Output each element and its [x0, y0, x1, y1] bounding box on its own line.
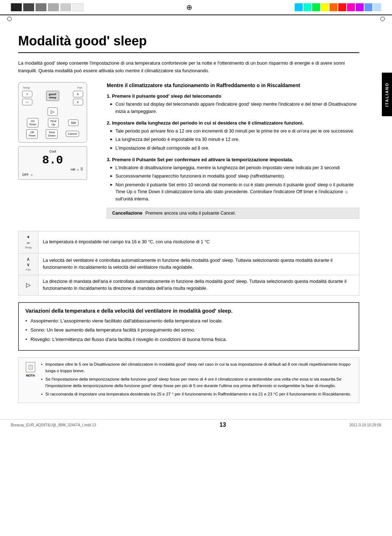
color-red — [338, 3, 346, 11]
compass-symbol: ⊕ — [186, 3, 192, 12]
good-sleep-btn[interactable]: good' sleep — [46, 91, 59, 101]
fan-up-btn[interactable]: ∧ — [73, 91, 83, 97]
nota-icon-img: 📋 — [26, 362, 35, 372]
nota-label: NOTA — [26, 373, 35, 378]
info-icon-fan: ∧∨ Fan — [19, 253, 38, 275]
page-number: 13 — [220, 422, 226, 428]
temp-label: Temp — [23, 86, 30, 89]
color-block-2 — [23, 3, 34, 11]
cancellation-label: Cancellazione — [112, 211, 142, 216]
corner-mark-right — [380, 17, 385, 21]
nota-item-3: Si raccomanda di impostare una temperatu… — [41, 391, 354, 398]
nota-item-2: Se l'impostazione della temporizzazione … — [41, 376, 354, 389]
step-3-bullet-3: Non premendo il pulsante Set entro 10 se… — [110, 182, 359, 203]
footer-date: 2011-3-19 10:29:58 — [350, 423, 381, 427]
main-content: Modalità good' sleep La modalità good' s… — [0, 23, 377, 419]
step-1-bullet-1: Così facendo sul display del telecomando… — [110, 101, 359, 115]
color-cyan — [295, 3, 303, 11]
info-row-3: ▷ La direzione di mandata dell'aria è co… — [19, 275, 359, 296]
left-column: Temp Fan + — good' sleep ∧ ∨ — [18, 82, 98, 224]
step-3-bullet-1: L'indicatore di disattivazione lampeggia… — [110, 165, 359, 171]
variations-title: Variazioni della temperatura e della vel… — [25, 308, 352, 314]
display-hr-label: HR ☼ ⠿ — [22, 167, 83, 172]
color-green — [312, 3, 320, 11]
step-2: 2. Impostare della lunghezza del periodo… — [107, 120, 359, 152]
variations-list: Assopimento: L'assopimento viene facilit… — [25, 317, 352, 343]
nota-list: Impostare oltre le 5 ore la Disattivazio… — [41, 361, 354, 399]
cancel-btn[interactable]: Cancel — [66, 131, 79, 137]
set-btn[interactable]: Set — [68, 119, 78, 126]
info-text-swing: La direzione di mandata dell'aria è cont… — [38, 275, 359, 296]
remote-top-labels: Temp Fan — [22, 86, 83, 89]
remote-timer-row2: Off Timer Time Down Cancel — [22, 129, 83, 139]
footer: Boracay_EUR_AQ09T&U@_IBIM_32447A_I.indd … — [0, 419, 392, 430]
nota-box: 📋 NOTA Impostare oltre le 5 ore la Disat… — [18, 357, 359, 403]
two-col-section: Temp Fan + — good' sleep ∧ ∨ — [18, 82, 359, 224]
nota-icon: 📋 NOTA — [24, 361, 37, 399]
color-pink — [347, 3, 355, 11]
step-2-bullets: Tale periodo può arrivare fino a 12 ore … — [107, 128, 359, 152]
temp-minus-btn[interactable]: — — [22, 99, 32, 105]
fan-label: Fan — [77, 86, 82, 89]
top-bar: ⊕ — [0, 0, 392, 15]
corner-marks — [0, 15, 392, 23]
variations-box: Variazioni della temperatura e della vel… — [18, 302, 359, 351]
swing-btn[interactable]: ▷ — [48, 107, 58, 116]
step-3-bullet-2: Successivamente l'apparecchio funzionerà… — [110, 173, 359, 180]
info-icon-temp: +— Temp — [19, 231, 38, 253]
step-2-bullet-1: Tale periodo può arrivare fino a 12 ore … — [110, 128, 359, 135]
color-block-3 — [36, 3, 46, 11]
right-column: Mentre il climatizzatore sta funzionamen… — [107, 82, 359, 224]
display-panel: Cool 8.0 HR ☼ ⠿ OFF ☼ — [18, 146, 87, 180]
fan-down-btn[interactable]: ∨ — [73, 99, 83, 105]
info-icon-swing: ▷ — [19, 275, 38, 296]
remote-control: Temp Fan + — good' sleep ∧ ∨ — [18, 82, 87, 143]
color-block-6 — [73, 3, 83, 11]
corner-mark-left — [7, 17, 12, 21]
color-blue — [364, 3, 372, 11]
display-number: 8.0 — [22, 155, 83, 166]
info-row-2: ∧∨ Fan La velocità del ventilatore è con… — [19, 253, 359, 275]
info-text-temp: La temperatura è impostabile nel campo t… — [38, 231, 359, 253]
time-down-btn[interactable]: Time Down — [46, 129, 57, 139]
step-3-bullets: L'indicatore di disattivazione lampeggia… — [107, 165, 359, 203]
remote-timer-row1: On Timer Time Up Set — [22, 118, 83, 127]
time-up-btn[interactable]: Time Up — [48, 118, 58, 127]
step-1-bullets: Così facendo sul display del telecomando… — [107, 101, 359, 115]
color-purple — [356, 3, 364, 11]
color-lightblue — [373, 3, 381, 11]
top-bar-left-blocks — [11, 3, 83, 11]
color-block-5 — [60, 3, 71, 11]
step-2-bullet-3: L'impostazione di default corrisponde ad… — [110, 145, 359, 152]
color-block-4 — [48, 3, 59, 11]
page-title: Modalità good' sleep — [18, 33, 359, 53]
step-1: 1. Premere il pulsante good' sleep del t… — [107, 93, 359, 115]
remote-top-row: + — good' sleep ∧ ∨ — [22, 91, 83, 105]
step-2-bullet-2: La lunghezza del periodo è impostabile t… — [110, 136, 359, 143]
top-bar-right-blocks — [295, 3, 381, 11]
variation-1: Assopimento: L'assopimento viene facilit… — [25, 317, 352, 325]
nota-item-1: Impostare oltre le 5 ore la Disattivazio… — [41, 361, 354, 374]
color-block-1 — [11, 3, 22, 11]
intro-text: La modalità good' sleep consente l'impos… — [18, 60, 359, 75]
display-off-label: OFF ☼ — [22, 173, 83, 176]
footer-filename: Boracay_EUR_AQ09T&U@_IBIM_32447A_I.indd … — [11, 423, 96, 427]
variation-3: Risveglio: L'intermittenza del flusso d'… — [25, 336, 352, 343]
step-1-title: 1. Premere il pulsante good' sleep del t… — [107, 93, 359, 99]
step-2-title: 2. Impostare della lunghezza del periodo… — [107, 120, 359, 126]
cancellation-text: Premere ancora una volta il pulsante Can… — [145, 211, 236, 216]
color-orange — [330, 3, 338, 11]
on-timer-btn[interactable]: On Timer — [27, 118, 38, 127]
info-table: +— Temp La temperatura è impostabile nel… — [18, 231, 359, 296]
display-cool-label: Cool — [22, 150, 83, 153]
variation-2: Sonno: Un lieve aumento della temperatur… — [25, 326, 352, 334]
section-heading: Mentre il climatizzatore sta funzionamen… — [107, 82, 359, 89]
temp-plus-btn[interactable]: + — [22, 91, 32, 97]
sidebar-italiano-label: ITALIANO — [382, 73, 392, 116]
off-timer-btn[interactable]: Off Timer — [26, 129, 38, 139]
cancellation-box: Cancellazione Premere ancora una volta i… — [107, 208, 359, 219]
steps-list: 1. Premere il pulsante good' sleep del t… — [107, 93, 359, 203]
step-3-title: 3. Premere il Pulsante Set per confermar… — [107, 157, 359, 162]
info-text-fan: La velocità del ventilatore è controllat… — [38, 253, 359, 275]
info-row-1: +— Temp La temperatura è impostabile nel… — [19, 231, 359, 253]
